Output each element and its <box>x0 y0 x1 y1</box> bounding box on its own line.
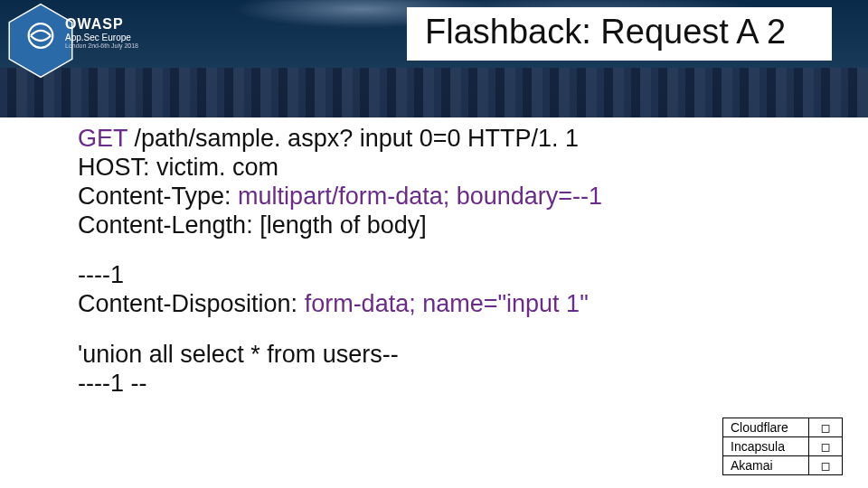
http-method: GET <box>78 125 127 152</box>
content-length-line: Content-Length: [length of body] <box>78 211 790 240</box>
checkbox-icon: □ <box>809 418 843 437</box>
content-disposition-line: Content-Disposition: form-data; name="in… <box>78 290 790 319</box>
boundary-start: ----1 <box>78 261 790 290</box>
content-type-line: Content-Type: multipart/form-data; bound… <box>78 183 790 211</box>
vendor-incapsula: Incapsula <box>723 437 809 456</box>
table-row: Akamai □ <box>723 456 843 475</box>
logo-sub2: London 2nd-6th July 2018 <box>65 42 138 50</box>
content-disposition-label: Content-Disposition: <box>78 290 305 317</box>
content-type-value: multipart/form-data; boundary=--1 <box>238 183 602 210</box>
header-skyline <box>0 68 868 117</box>
payload-line: 'union all select * from users-- <box>78 341 790 370</box>
slide-body: GET /path/sample. aspx? input 0=0 HTTP/1… <box>0 117 868 399</box>
checkbox-icon: □ <box>809 456 843 475</box>
content-type-label: Content-Type: <box>78 183 238 210</box>
host-header: HOST: victim. com <box>78 154 790 183</box>
vendor-akamai: Akamai <box>723 456 809 475</box>
slide-title: Flashback: Request A 2 <box>407 7 832 61</box>
slide-header: OWASP App.Sec Europe London 2nd-6th July… <box>0 0 868 117</box>
table-row: Incapsula □ <box>723 437 843 456</box>
table-row: Cloudflare □ <box>723 418 843 437</box>
logo-sub1: App.Sec Europe <box>65 33 138 42</box>
logo-name: OWASP <box>65 16 138 33</box>
owasp-hex-icon <box>7 2 74 80</box>
request-path: /path/sample. aspx? input 0=0 HTTP/1. 1 <box>127 125 579 152</box>
content-disposition-value: form-data; name="input 1" <box>305 290 589 317</box>
checkbox-icon: □ <box>809 437 843 456</box>
boundary-end: ----1 -- <box>78 370 790 399</box>
owasp-logo-text: OWASP App.Sec Europe London 2nd-6th July… <box>65 16 138 49</box>
vendor-cloudflare: Cloudflare <box>723 418 809 437</box>
request-line-1: GET /path/sample. aspx? input 0=0 HTTP/1… <box>78 125 790 154</box>
vendor-table: Cloudflare □ Incapsula □ Akamai □ <box>722 418 843 475</box>
